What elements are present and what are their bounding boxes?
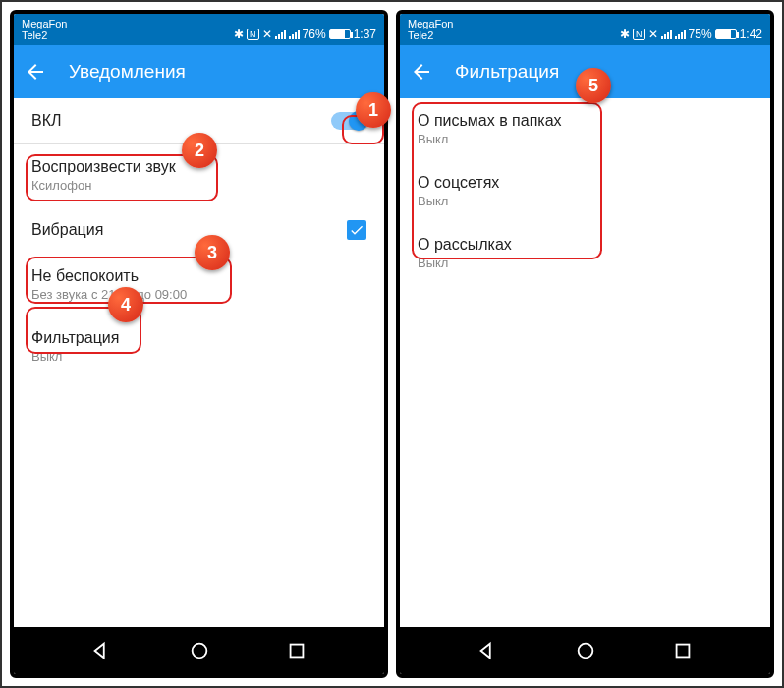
battery-icon: [715, 29, 737, 39]
signal-icon-1: [275, 29, 286, 39]
signal-icon-2: [289, 29, 300, 39]
svg-point-0: [192, 644, 206, 659]
bluetooth-icon: ✱: [620, 28, 630, 41]
row-enable-title: ВКЛ: [31, 112, 331, 130]
row-social[interactable]: О соцсетях Выкл: [400, 160, 770, 222]
checkmark-icon: [349, 222, 364, 238]
app-bar: Фильтрация: [400, 45, 770, 98]
status-bar: MegaFon Tele2 ✱ N ✕ 76% 1:37: [14, 14, 384, 45]
mute-icon: ✕: [262, 28, 272, 41]
signal-icon-1: [661, 29, 672, 39]
nav-recent-icon[interactable]: [286, 640, 308, 661]
row-dnd-title: Не беспокоить: [31, 267, 366, 285]
row-enable[interactable]: ВКЛ: [14, 98, 384, 144]
back-button[interactable]: [24, 60, 47, 84]
nav-recent-icon[interactable]: [672, 640, 694, 661]
app-bar: Уведомления: [14, 45, 384, 98]
row-news-title: О рассылках: [418, 236, 753, 254]
phone-filter: MegaFon Tele2 ✱ N ✕ 75% 1:42 Фильтрация: [396, 10, 774, 678]
row-vibration[interactable]: Вибрация: [14, 206, 384, 254]
row-filter-sub: Выкл: [31, 349, 366, 364]
svg-rect-1: [291, 645, 304, 658]
back-button[interactable]: [410, 60, 433, 84]
svg-point-2: [578, 644, 592, 659]
clock: 1:42: [740, 28, 762, 41]
row-news[interactable]: О рассылках Выкл: [400, 222, 770, 284]
bluetooth-icon: ✱: [234, 28, 244, 41]
mute-icon: ✕: [648, 28, 658, 41]
row-dnd[interactable]: Не беспокоить Без звука с 21:00 до 09:00: [14, 254, 384, 315]
settings-list: ВКЛ Воспроизвести звук Ксилофон Вибрация…: [14, 98, 384, 627]
row-folders[interactable]: О письмах в папках Выкл: [400, 98, 770, 160]
row-vibration-title: Вибрация: [31, 221, 347, 239]
battery-icon: [329, 29, 351, 39]
page-title: Уведомления: [69, 61, 186, 83]
nav-bar: [14, 627, 384, 674]
row-filter-title: Фильтрация: [31, 329, 366, 347]
nav-home-icon[interactable]: [575, 640, 596, 661]
signal-icon-2: [675, 29, 686, 39]
row-folders-sub: Выкл: [418, 132, 753, 146]
toggle-enable[interactable]: [331, 112, 366, 130]
phone-notifications: MegaFon Tele2 ✱ N ✕ 76% 1:37 Уведомления: [10, 10, 388, 678]
status-bar: MegaFon Tele2 ✱ N ✕ 75% 1:42: [400, 14, 770, 45]
svg-rect-3: [677, 645, 690, 658]
row-sound[interactable]: Воспроизвести звук Ксилофон: [14, 144, 384, 206]
row-news-sub: Выкл: [418, 256, 753, 270]
row-filter[interactable]: Фильтрация Выкл: [14, 315, 384, 377]
battery-pct: 75%: [689, 28, 712, 41]
arrow-left-icon: [24, 60, 47, 84]
carrier-2: Tele2: [408, 29, 453, 41]
arrow-left-icon: [410, 60, 433, 84]
filter-list: О письмах в папках Выкл О соцсетях Выкл …: [400, 98, 770, 627]
checkbox-vibration[interactable]: [347, 220, 366, 240]
row-sound-sub: Ксилофон: [31, 178, 366, 193]
nfc-icon: N: [247, 29, 259, 40]
nav-bar: [400, 627, 770, 674]
carrier-1: MegaFon: [408, 18, 453, 29]
row-social-sub: Выкл: [418, 194, 753, 208]
carrier-1: MegaFon: [22, 18, 67, 29]
row-folders-title: О письмах в папках: [418, 112, 753, 130]
battery-pct: 76%: [303, 28, 326, 41]
nav-home-icon[interactable]: [189, 640, 210, 661]
row-dnd-sub: Без звука с 21:00 до 09:00: [31, 287, 366, 302]
row-sound-title: Воспроизвести звук: [31, 158, 366, 176]
carrier-2: Tele2: [22, 29, 67, 41]
nav-back-icon[interactable]: [90, 640, 112, 661]
nav-back-icon[interactable]: [476, 640, 498, 661]
page-title: Фильтрация: [455, 61, 559, 83]
row-social-title: О соцсетях: [418, 174, 753, 192]
clock: 1:37: [354, 28, 376, 41]
nfc-icon: N: [633, 29, 645, 40]
